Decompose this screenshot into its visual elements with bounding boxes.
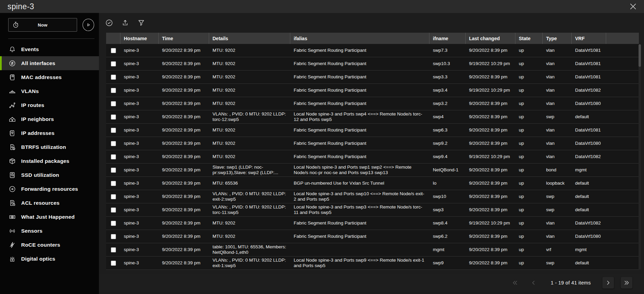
table-row[interactable]: spine-39/20/2022 8:39 pmMTU: 9202Fabric …	[106, 137, 639, 150]
table-row[interactable]: spine-39/20/2022 8:39 pmMTU: 9202Fabric …	[106, 71, 639, 84]
main-panel: HostnameTimeDetailsifaliasifnameLast cha…	[99, 13, 644, 294]
prev-page-button[interactable]	[528, 277, 539, 289]
sidebar-item-forwarding-resources[interactable]: Forwarding resources	[0, 182, 99, 196]
sidebar-item-all-interfaces[interactable]: All interfaces	[0, 56, 99, 70]
row-checkbox-cell	[106, 190, 120, 203]
sidebar-item-acl-resources[interactable]: ACL resources	[0, 196, 99, 210]
close-button[interactable]	[627, 0, 639, 13]
row-checkbox[interactable]	[111, 61, 116, 66]
sidebar-item-mac-addresses[interactable]: MAC addresses	[0, 70, 99, 84]
cell-ifalias: Local Node/s spine-3 and Ports swp1 swp2…	[290, 164, 429, 176]
cell-state: up	[515, 97, 543, 110]
first-page-button[interactable]	[509, 277, 521, 289]
row-checkbox[interactable]	[111, 75, 116, 80]
cell-vrf: default	[572, 190, 606, 203]
column-header-ifname[interactable]: ifname	[429, 33, 466, 44]
row-checkbox[interactable]	[111, 101, 116, 106]
row-checkbox[interactable]	[111, 114, 116, 120]
cell-details: MTU: 9202	[209, 84, 290, 97]
cell-hostname: spine-3	[120, 124, 159, 137]
next-page-button[interactable]	[602, 277, 614, 289]
row-checkbox[interactable]	[111, 88, 116, 93]
table-row[interactable]: spine-39/20/2022 8:39 pmMTU: 9202Fabric …	[106, 57, 639, 71]
sidebar-item-ssd-utilization[interactable]: SSD utilization	[0, 168, 99, 182]
row-checkbox[interactable]	[111, 154, 116, 159]
table-row[interactable]: spine-39/20/2022 8:39 pmVLANs: , PVID: 0…	[106, 110, 639, 124]
sidebar-item-ip-addresses[interactable]: IP addresses	[0, 126, 99, 140]
row-checkbox-cell	[106, 110, 120, 123]
table-row[interactable]: spine-39/20/2022 8:39 pmMTU: 9202Fabric …	[106, 97, 639, 110]
row-checkbox[interactable]	[111, 141, 116, 146]
column-header-details[interactable]: Details	[209, 33, 290, 44]
sidebar-item-ip-neighbors[interactable]: IP neighbors	[0, 112, 99, 126]
sidebar-item-ip-routes[interactable]: IP routes	[0, 98, 99, 112]
filter-button[interactable]	[136, 17, 147, 28]
cell-type: vrf	[543, 243, 572, 256]
table-row[interactable]: spine-39/20/2022 8:39 pmVLANs: , PVID: 0…	[106, 257, 639, 270]
sidebar-item-vlans[interactable]: VLANs	[0, 84, 99, 98]
pagination-label: 1 - 19 of 41 items	[551, 280, 591, 285]
cell-filler	[606, 150, 639, 163]
cell-ifname: swp7.3	[429, 44, 466, 57]
table-row[interactable]: spine-39/20/2022 8:39 pmMTU: 9202Fabric …	[106, 230, 639, 243]
row-checkbox[interactable]	[111, 194, 116, 199]
cell-ifalias	[290, 243, 429, 256]
row-checkbox[interactable]	[111, 221, 116, 226]
table-row[interactable]: spine-39/20/2022 8:39 pmMTU: 9202Fabric …	[106, 124, 639, 137]
table-row[interactable]: spine-39/20/2022 8:39 pmMTU: 65536BGP un…	[106, 177, 639, 190]
table-row[interactable]: spine-39/20/2022 8:39 pmSlave: swp1 (LLD…	[106, 164, 639, 177]
sidebar-item-label: All interfaces	[21, 60, 55, 66]
column-header-time[interactable]: Time	[159, 33, 209, 44]
cell-time: 9/20/2022 8:39 pm	[159, 124, 209, 137]
column-header-vrf[interactable]: VRF	[572, 33, 606, 44]
table-row[interactable]: spine-39/20/2022 8:39 pmMTU: 9202Fabric …	[106, 44, 639, 57]
table-row[interactable]: spine-39/20/2022 8:39 pmtable: 1001, MTU…	[106, 243, 639, 257]
eye-box-icon	[9, 213, 16, 221]
sidebar-item-btrfs-utilization[interactable]: BTRFS utilization	[0, 140, 99, 154]
export-button[interactable]	[120, 17, 131, 28]
row-checkbox[interactable]	[111, 128, 116, 133]
cell-hostname: spine-3	[120, 71, 159, 83]
cell-ifalias: Fabric Segment Routing Participant	[290, 44, 429, 57]
vertical-scrollbar[interactable]	[639, 44, 641, 270]
sidebar-item-sensors[interactable]: Sensors	[0, 224, 99, 238]
interfaces-table: HostnameTimeDetailsifaliasifnameLast cha…	[106, 33, 639, 270]
scrollbar-thumb[interactable]	[639, 44, 641, 67]
cell-vrf: default	[572, 257, 606, 269]
column-header-hostname[interactable]: Hostname	[120, 33, 159, 44]
cell-ifname: swp6.2	[429, 230, 466, 243]
row-checkbox[interactable]	[111, 48, 116, 53]
column-header-last_changed[interactable]: Last changed	[466, 33, 515, 44]
table-row[interactable]: spine-39/20/2022 8:39 pmVLANs: , PVID: 0…	[106, 190, 639, 203]
column-header-type[interactable]: Type	[543, 33, 572, 44]
column-header-state[interactable]: State	[515, 33, 543, 44]
column-header-ifalias[interactable]: ifalias	[290, 33, 429, 44]
cell-state: up	[515, 150, 543, 163]
cell-ifalias: Fabric Segment Routing Participant	[290, 150, 429, 163]
select-all-button[interactable]	[104, 17, 115, 28]
cell-details: MTU: 9202	[209, 57, 290, 70]
sidebar-item-installed-packages[interactable]: Installed packages	[0, 154, 99, 168]
cell-ifname: swp9.4	[429, 150, 466, 163]
sidebar-item-what-just-happened[interactable]: What Just Happened	[0, 210, 99, 224]
table-row[interactable]: spine-39/20/2022 8:39 pmMTU: 9202Fabric …	[106, 84, 639, 97]
cell-details: VLANs: , PVID: 0 MTU: 9202 LLDP: exit-2:…	[209, 190, 290, 203]
row-checkbox[interactable]	[111, 207, 116, 213]
sidebar-item-digital-optics[interactable]: Digital optics	[0, 252, 99, 266]
table-row[interactable]: spine-39/20/2022 8:39 pmMTU: 9202Fabric …	[106, 217, 639, 230]
play-button[interactable]	[83, 19, 94, 31]
sidebar-item-events[interactable]: Events	[0, 42, 99, 56]
sidebar-item-label: ACL resources	[21, 200, 60, 206]
row-checkbox[interactable]	[111, 181, 116, 186]
row-checkbox[interactable]	[111, 247, 116, 252]
last-page-button[interactable]	[621, 277, 632, 289]
table-row[interactable]: spine-39/20/2022 8:39 pmVLANs: , PVID: 0…	[106, 203, 639, 217]
sidebar-item-label: Sensors	[21, 228, 43, 234]
time-now-button[interactable]: Now	[8, 18, 77, 32]
row-checkbox[interactable]	[111, 168, 116, 173]
table-row[interactable]: spine-39/20/2022 8:39 pmMTU: 9202Fabric …	[106, 150, 639, 164]
cell-ifalias: Fabric Segment Routing Participant	[290, 137, 429, 150]
row-checkbox[interactable]	[111, 261, 116, 266]
sidebar-item-roce-counters[interactable]: RoCE counters	[0, 238, 99, 252]
row-checkbox[interactable]	[111, 234, 116, 239]
